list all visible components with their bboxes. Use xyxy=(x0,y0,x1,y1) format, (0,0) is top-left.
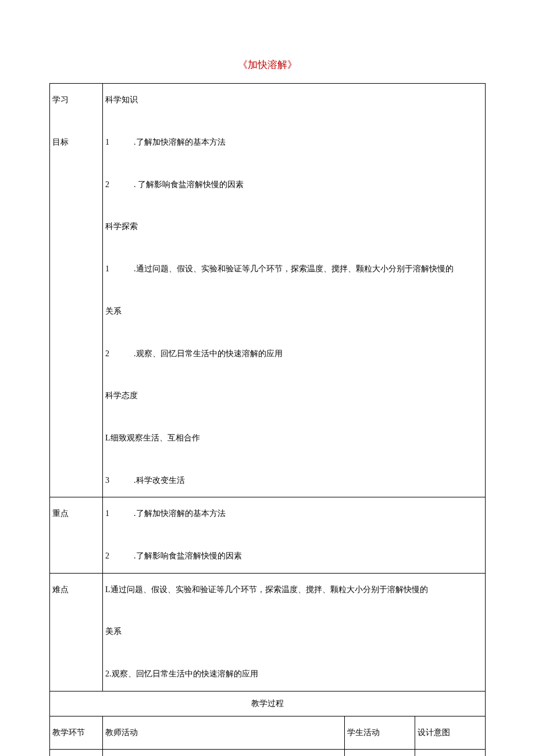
row-label-objectives: 学习 目标 xyxy=(50,84,102,159)
lesson-plan-table: 学习 目标 科学知识 1 .了解加快溶解的基本方法 2 . 了解影响食盐溶解快慢… xyxy=(49,83,486,756)
row-label-difficulties: 难点 xyxy=(50,574,102,606)
proc1-intent: 单刀直入，创设 情境，激发兴趣 xyxy=(415,750,485,756)
proc1-student: 学生回答：搅 拌/加热 xyxy=(345,750,415,756)
proc1-stage: 导入新课 xyxy=(50,750,102,756)
col-header-teacher: 教师活动 xyxy=(103,716,344,749)
row-content-difficulties: L通过问题、假设、实验和验证等几个环节，探索温度、搅拌、颗粒大小分别于溶解快慢的… xyxy=(103,574,485,691)
row-content-keypoints: 1 .了解加快溶解的基本方法 2 .了解影响食盐溶解快慢的因素 xyxy=(103,497,485,572)
row-label-keypoints: 重点 xyxy=(50,497,102,530)
proc1-teacher: 聚焦问题，创设情境： 观看食盐和高钾酸钾的溶解实验现象，并提问是否 有好的方法能… xyxy=(103,750,344,756)
document-title: 《加快溶解》 xyxy=(49,58,486,71)
row-content-objectives: 科学知识 1 .了解加快溶解的基本方法 2 . 了解影响食盐溶解快慢的因素 科学… xyxy=(103,84,485,497)
process-header: 教学过程 xyxy=(50,691,485,716)
col-header-student: 学生活动 xyxy=(345,716,415,749)
col-header-intent: 设计意图 xyxy=(415,716,485,749)
col-header-stage: 教学环节 xyxy=(50,716,102,749)
